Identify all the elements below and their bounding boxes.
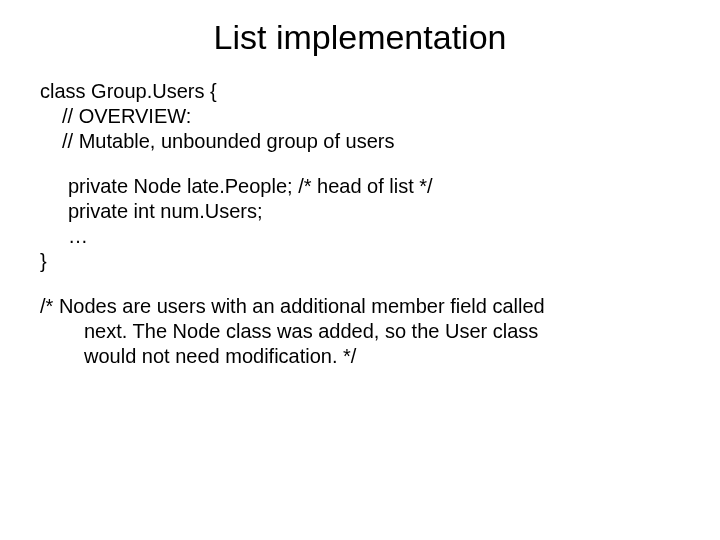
code-line: // OVERVIEW: <box>40 104 680 129</box>
code-line: private int num.Users; <box>40 199 680 224</box>
slide-title: List implementation <box>40 18 680 57</box>
code-line: … <box>40 224 680 249</box>
code-block: class Group.Users { // OVERVIEW: // Muta… <box>40 79 680 274</box>
comment-line: /* Nodes are users with an additional me… <box>40 294 680 319</box>
slide: List implementation class Group.Users { … <box>0 0 720 540</box>
comment-line: next. The Node class was added, so the U… <box>40 319 680 344</box>
code-line: } <box>40 249 680 274</box>
slide-body: class Group.Users { // OVERVIEW: // Muta… <box>40 79 680 369</box>
code-line: private Node late.People; /* head of lis… <box>40 174 680 199</box>
comment-line: would not need modification. */ <box>40 344 680 369</box>
blank-line <box>40 154 680 174</box>
comment-block: /* Nodes are users with an additional me… <box>40 294 680 369</box>
code-line: class Group.Users { <box>40 79 680 104</box>
code-line: // Mutable, unbounded group of users <box>40 129 680 154</box>
